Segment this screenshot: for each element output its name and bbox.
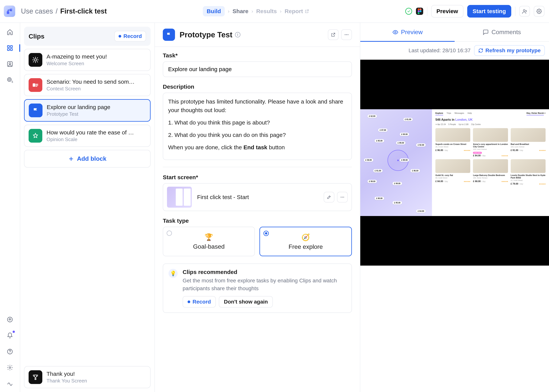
proto-listing: Lovely Double Studio Next to Hyde Park M… [511, 159, 546, 185]
clips-tip: 💡 Clips recommended Get the most from fr… [163, 264, 352, 313]
tab-label: Preview [401, 28, 423, 36]
prototype-content: £ 62.00 £ 81.00 £ 87.00 £ 69.00 £ 85.00 … [360, 109, 549, 216]
rail-credits[interactable]: $ [5, 76, 14, 85]
proto-price: £ 68.00 [473, 180, 480, 183]
svg-point-29 [395, 31, 396, 33]
figma-icon[interactable] [416, 8, 423, 15]
svg-point-3 [420, 8, 422, 10]
proto-nav-item: Messages [455, 112, 464, 115]
proto-listing-name: Superb condo on Crown Street [435, 143, 470, 146]
tab-preview[interactable]: Preview [360, 23, 455, 41]
tip-record-button[interactable]: Record [183, 296, 216, 308]
description-input[interactable]: This prototype has limited functionality… [163, 93, 352, 160]
lightbulb-icon: 💡 [168, 269, 178, 278]
sun-icon [28, 53, 42, 67]
block-welcome[interactable]: A-mazeing to meet you! Welcome Screen [24, 49, 151, 71]
rail-upload[interactable] [5, 315, 14, 324]
proto-nav-item: Explore [435, 112, 443, 115]
start-screen-name: First click test - Start [197, 194, 249, 200]
rail-integrations[interactable] [5, 379, 14, 388]
svg-point-25 [347, 34, 348, 35]
description-label: Description [163, 84, 352, 90]
proto-listing: Anna's cozy appartment in London City Ce… [473, 128, 508, 157]
app-logo[interactable] [4, 6, 15, 17]
block-prototype[interactable]: Explore our landing page Prototype Test [24, 99, 151, 122]
proto-listing-image [511, 128, 546, 142]
status-check-icon[interactable] [405, 8, 412, 15]
proto-listing-image [473, 128, 508, 142]
map-price-pin: £ 69.00 [400, 133, 409, 136]
rail-notifications[interactable] [5, 331, 14, 340]
proto-price: £ 79.00 [511, 182, 518, 185]
block-thank-you[interactable]: Thank you! Thank You Screen [24, 366, 151, 388]
svg-point-15 [7, 77, 11, 81]
invite-user-button[interactable] [519, 6, 530, 17]
settings-button[interactable] [534, 6, 544, 17]
radio-icon [167, 231, 172, 236]
block-opinion[interactable]: How would you rate the ease of … Opinion… [24, 125, 151, 147]
proto-listing-image [511, 159, 546, 173]
task-input[interactable] [163, 61, 352, 77]
proto-heading: 546 Aparts in London, UK [435, 118, 546, 121]
svg-point-28 [343, 197, 344, 197]
task-type-free[interactable]: 🧭 Free explore [259, 227, 352, 256]
proto-listing-image [473, 159, 508, 173]
tip-dismiss-button[interactable]: Don't show again [219, 296, 273, 308]
proto-nav: Explore Trips Messages Help Hey, Victor … [435, 112, 546, 115]
rail-participants[interactable] [5, 59, 14, 69]
more-button[interactable] [341, 29, 352, 40]
proto-listing-name: Large Balcony Double Bedroom [473, 174, 508, 176]
svg-point-24 [346, 34, 347, 35]
edit-start-screen-button[interactable] [324, 192, 334, 203]
map-price-pin: £ 89.00 [400, 158, 409, 162]
proto-discount-tag: 20% OFF [473, 152, 482, 154]
record-dot-icon [118, 35, 121, 38]
proto-listing-name: Anna's cozy appartment in London City Ce… [473, 143, 508, 148]
refresh-label: Refresh my prototype [486, 48, 541, 54]
tab-label: Comments [491, 28, 521, 36]
map-price-pin: £ 87.00 [378, 128, 388, 132]
rail-blocks[interactable] [5, 43, 14, 53]
trophy-icon [28, 370, 42, 384]
svg-rect-9 [7, 46, 9, 48]
breadcrumb-parent[interactable]: Use cases [21, 7, 53, 15]
clips-record-button[interactable]: Record [114, 31, 146, 42]
step-build[interactable]: Build [203, 6, 225, 16]
block-title: Thank you! [47, 371, 87, 377]
start-screen-more-button[interactable] [337, 192, 348, 203]
add-block-button[interactable]: Add block [24, 150, 151, 168]
svg-point-21 [34, 59, 37, 61]
start-screen-label: Start screen* [163, 174, 352, 181]
editor-title-text: Prototype Test [180, 30, 232, 39]
svg-point-6 [418, 12, 420, 14]
flag-icon [163, 28, 175, 41]
svg-point-14 [9, 63, 11, 64]
refresh-prototype-button[interactable]: Refresh my prototype [474, 45, 545, 56]
rail-home[interactable] [5, 28, 14, 37]
rail-settings[interactable] [5, 363, 14, 372]
svg-point-26 [341, 197, 341, 197]
plus-icon [68, 156, 74, 162]
proto-price: £ 84.00 [435, 180, 443, 183]
step-share[interactable]: Share [233, 8, 248, 14]
task-type-goal[interactable]: 🏆 Goal-based [163, 227, 255, 256]
info-icon[interactable]: i [235, 32, 240, 37]
task-type-label: Task type [163, 217, 352, 224]
map-price-pin: £ 99.00 [392, 182, 402, 185]
tab-comments[interactable]: Comments [455, 23, 549, 41]
svg-rect-12 [10, 49, 12, 50]
block-context[interactable]: Scenario: You need to send som… Context … [24, 74, 151, 96]
start-screen-row: First click test - Start [163, 183, 352, 211]
prototype-frame[interactable]: £ 62.00 £ 81.00 £ 87.00 £ 69.00 £ 85.00 … [360, 60, 549, 266]
rail-help[interactable] [5, 347, 14, 356]
chevron-right-icon: › [228, 8, 229, 14]
preview-button[interactable]: Preview [431, 5, 463, 18]
block-sub: Context Screen [47, 86, 135, 92]
clips-panel: Clips Record A-mazeing to meet you! Welc… [20, 23, 155, 392]
stars-icon: ★★★★★ [501, 181, 508, 182]
progress-steps: Build › Share › Results › Report [203, 6, 309, 16]
map-price-pin: £ 92.00 [416, 143, 425, 147]
open-external-button[interactable] [328, 29, 339, 40]
start-testing-button[interactable]: Start testing [467, 5, 511, 18]
description-line: This prototype has limited functionality… [168, 97, 347, 114]
